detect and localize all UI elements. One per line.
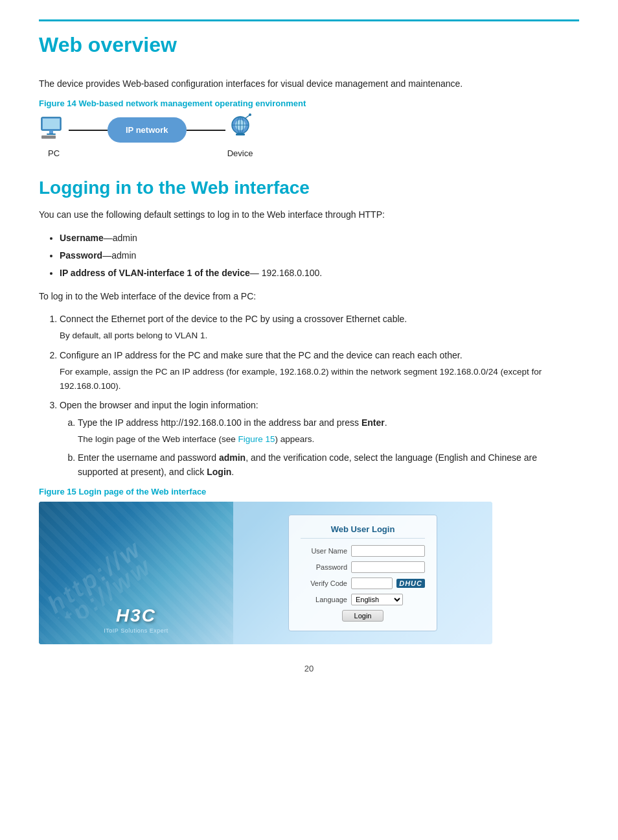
bullet-password: Password—admin bbox=[60, 248, 579, 264]
language-row: Language English Chinese bbox=[301, 594, 425, 605]
pre-steps-text: To log in to the Web interface of the de… bbox=[39, 289, 579, 303]
line-right bbox=[187, 130, 225, 131]
page-title: Web overview bbox=[39, 33, 579, 57]
ip-label: IP address of VLAN-interface 1 of the de… bbox=[60, 268, 250, 278]
password-input bbox=[351, 561, 425, 573]
substeps-list: Type the IP address http://192.168.0.100… bbox=[78, 415, 579, 480]
substep-b-bold2: Login bbox=[207, 467, 231, 477]
svg-rect-3 bbox=[47, 134, 56, 135]
verify-field-label: Verify Code bbox=[301, 579, 347, 587]
svg-rect-2 bbox=[49, 130, 53, 134]
username-input bbox=[351, 545, 425, 557]
login-btn-row: Login bbox=[301, 610, 425, 622]
ip-network-oval: IP network bbox=[108, 117, 187, 143]
h3c-subtitle: IToIP Solutions Expert bbox=[104, 627, 168, 634]
line-left bbox=[69, 130, 108, 131]
pc-item: PC bbox=[39, 113, 69, 158]
svg-rect-12 bbox=[236, 134, 245, 135]
login-box-title: Web User Login bbox=[301, 524, 425, 539]
step-3: Open the browser and input the login inf… bbox=[60, 398, 579, 479]
substep-a-after: . bbox=[385, 417, 387, 428]
substep-b-before: Enter the username and password bbox=[78, 452, 219, 463]
pc-icon bbox=[39, 113, 69, 143]
figure15-caption: Figure 15 Login page of the Web interfac… bbox=[39, 487, 579, 496]
page-number: 20 bbox=[39, 664, 579, 673]
verify-row: Verify Code DHUC bbox=[301, 578, 425, 589]
step-1-note: By default, all ports belong to VLAN 1. bbox=[60, 329, 579, 343]
svg-point-11 bbox=[249, 113, 251, 116]
default-settings-list: Username—admin Password—admin IP address… bbox=[60, 230, 579, 282]
substep-b-end: . bbox=[231, 467, 234, 477]
device-label: Device bbox=[227, 148, 253, 158]
login-box: Web User Login User Name Password Verify… bbox=[288, 515, 437, 631]
figure15-screenshot: http://w http://ww H3C IToIP Solutions E… bbox=[39, 502, 492, 644]
h3c-text: H3C bbox=[104, 605, 168, 626]
username-row: User Name bbox=[301, 545, 425, 557]
h3c-logo: H3C IToIP Solutions Expert bbox=[104, 605, 168, 634]
substep-a-bold: Enter bbox=[361, 417, 385, 428]
intro-paragraph: The device provides Web-based configurat… bbox=[39, 76, 579, 91]
language-field-label: Language bbox=[301, 596, 347, 603]
username-field-label: User Name bbox=[301, 547, 347, 555]
password-field-label: Password bbox=[301, 563, 347, 571]
device-item: Device bbox=[225, 113, 255, 158]
step-1: Connect the Ethernet port of the device … bbox=[60, 312, 579, 343]
ip-network-item: IP network bbox=[108, 117, 187, 143]
password-row: Password bbox=[301, 561, 425, 573]
substep-b: Enter the username and password admin, a… bbox=[78, 450, 579, 480]
svg-rect-1 bbox=[43, 119, 60, 129]
substep-b-bold: admin bbox=[219, 452, 246, 463]
pc-label: PC bbox=[48, 148, 60, 158]
password-value: —admin bbox=[102, 250, 136, 261]
language-select[interactable]: English Chinese bbox=[351, 594, 403, 605]
login-right-panel: Web User Login User Name Password Verify… bbox=[233, 502, 492, 644]
verify-input bbox=[351, 578, 393, 589]
username-label: Username bbox=[60, 233, 104, 243]
top-rule bbox=[39, 19, 579, 21]
device-icon bbox=[225, 113, 255, 143]
bullet-username: Username—admin bbox=[60, 230, 579, 246]
svg-rect-4 bbox=[41, 135, 56, 139]
figure14-diagram: PC IP network Device bbox=[39, 113, 579, 158]
bullet-ip: IP address of VLAN-interface 1 of the de… bbox=[60, 265, 579, 281]
figure15-link[interactable]: Figure 15 bbox=[238, 434, 275, 444]
subtitle: Logging in to the Web interface bbox=[39, 178, 579, 198]
substep-a-note: The login page of the Web interface (see… bbox=[78, 432, 579, 447]
password-label: Password bbox=[60, 250, 102, 261]
figure14-caption: Figure 14 Web-based network management o… bbox=[39, 99, 579, 108]
step-2: Configure an IP address for the PC and m… bbox=[60, 348, 579, 393]
login-left-panel: http://w http://ww H3C IToIP Solutions E… bbox=[39, 502, 233, 644]
substep-a-before: Type the IP address http://192.168.0.100… bbox=[78, 417, 361, 428]
verify-code-img: DHUC bbox=[396, 579, 425, 588]
step-3-text: Open the browser and input the login inf… bbox=[60, 400, 258, 410]
step-2-note: For example, assign the PC an IP address… bbox=[60, 365, 579, 393]
substep-a: Type the IP address http://192.168.0.100… bbox=[78, 415, 579, 447]
steps-list: Connect the Ethernet port of the device … bbox=[60, 312, 579, 480]
logging-intro: You can use the following default settin… bbox=[39, 207, 579, 222]
step-1-text: Connect the Ethernet port of the device … bbox=[60, 314, 407, 324]
step-2-text: Configure an IP address for the PC and m… bbox=[60, 350, 463, 360]
ip-value: — 192.168.0.100. bbox=[250, 268, 322, 278]
login-button[interactable]: Login bbox=[342, 610, 384, 622]
username-value: —admin bbox=[104, 233, 137, 243]
